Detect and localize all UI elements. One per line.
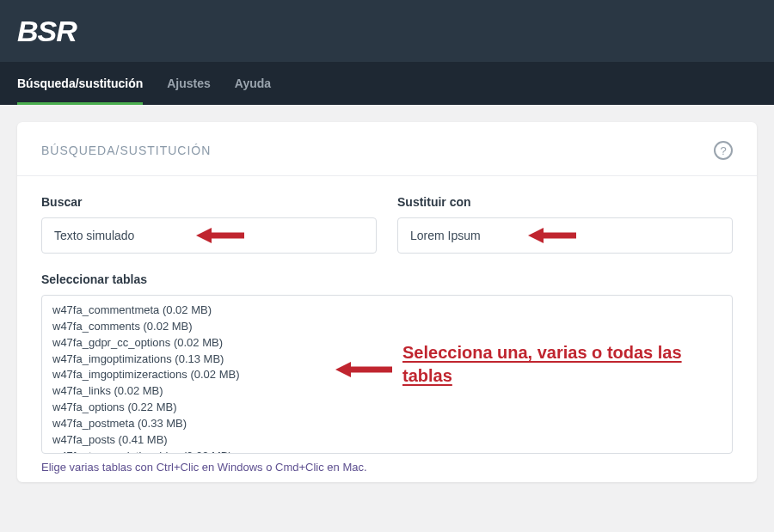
replace-label: Sustituir con (397, 195, 733, 209)
tab-label: Ajustes (167, 76, 211, 90)
tables-label: Seleccionar tablas (41, 272, 733, 286)
table-option[interactable]: w47fa_imgoptimizeractions (0.02 MB) (52, 367, 722, 383)
table-option[interactable]: w47fa_links (0.02 MB) (52, 383, 722, 400)
panel-header: BÚSQUEDA/SUSTITUCIÓN ? (17, 122, 757, 176)
tabs-bar: Búsqueda/sustitución Ajustes Ayuda (0, 62, 774, 105)
table-option[interactable]: w47fa_term_relationships (0.02 MB) (52, 449, 722, 454)
tab-label: Ayuda (235, 76, 271, 90)
tab-settings[interactable]: Ajustes (167, 62, 211, 105)
table-option[interactable]: w47fa_commentmeta (0.02 MB) (52, 303, 722, 319)
replace-input[interactable] (397, 217, 733, 254)
table-option[interactable]: w47fa_posts (0.41 MB) (52, 432, 722, 449)
tables-hint: Elige varias tablas con Ctrl+Clic en Win… (41, 461, 733, 474)
table-option[interactable]: w47fa_options (0.22 MB) (52, 400, 722, 416)
search-label: Buscar (41, 195, 377, 209)
app-header: BSR (0, 0, 774, 62)
panel-title: BÚSQUEDA/SUSTITUCIÓN (41, 144, 211, 157)
search-input[interactable] (41, 217, 377, 254)
help-icon[interactable]: ? (714, 141, 733, 160)
search-col: Buscar (41, 195, 377, 254)
table-option[interactable]: w47fa_postmeta (0.33 MB) (52, 416, 722, 432)
input-row: Buscar Sustituir con (41, 195, 733, 254)
panel-body: Buscar Sustituir con Selec (17, 176, 757, 482)
table-option[interactable]: w47fa_comments (0.02 MB) (52, 319, 722, 335)
table-option[interactable]: w47fa_gdpr_cc_options (0.02 MB) (52, 335, 722, 352)
tables-section: Seleccionar tablas w47fa_commentmeta (0.… (41, 272, 733, 474)
table-option[interactable]: w47fa_imgoptimizations (0.13 MB) (52, 352, 722, 368)
tab-help[interactable]: Ayuda (235, 62, 271, 105)
tables-select[interactable]: w47fa_commentmeta (0.02 MB)w47fa_comment… (41, 295, 733, 454)
search-replace-panel: BÚSQUEDA/SUSTITUCIÓN ? Buscar Sustituir … (17, 122, 757, 482)
tab-search-replace[interactable]: Búsqueda/sustitución (17, 62, 143, 105)
help-symbol: ? (720, 144, 726, 157)
content-area: BÚSQUEDA/SUSTITUCIÓN ? Buscar Sustituir … (0, 105, 774, 499)
tab-label: Búsqueda/sustitución (17, 76, 143, 90)
logo: BSR (17, 15, 77, 48)
replace-col: Sustituir con (397, 195, 733, 254)
